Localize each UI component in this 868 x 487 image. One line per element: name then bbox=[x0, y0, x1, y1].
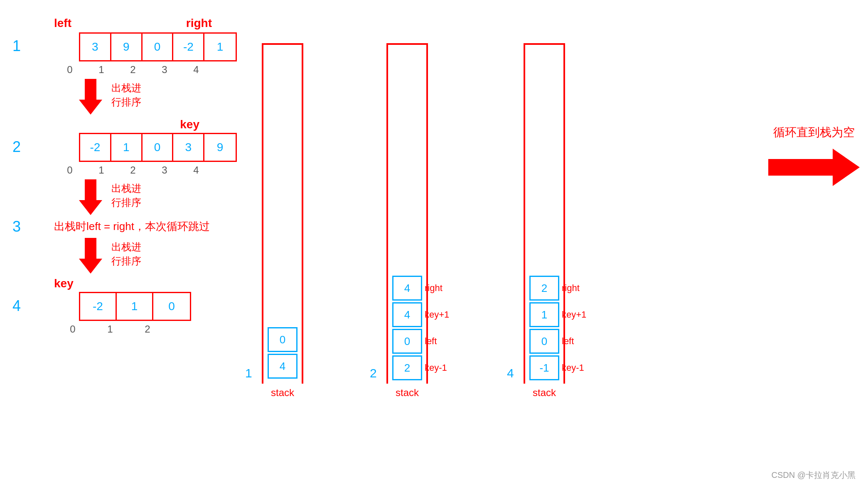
stack2-item-key1: 4 key+1 bbox=[392, 302, 422, 327]
stack2-cell-4top: 4 bbox=[392, 276, 422, 301]
arrow1: 出栈进 行排序 bbox=[79, 79, 245, 115]
row4-section: 4 key -2 1 0 0 1 2 bbox=[12, 277, 245, 335]
stack1-cell-bot: 4 bbox=[268, 354, 298, 379]
arrow1-shape bbox=[79, 79, 102, 115]
row1-cell-0: 3 bbox=[80, 34, 111, 60]
stack2-label-bottom: stack bbox=[396, 387, 419, 399]
stack1-label: stack bbox=[271, 387, 294, 399]
row2-cells: -2 1 0 3 9 bbox=[79, 133, 237, 162]
stack2-group: 2 4 right 4 key+1 0 left bbox=[386, 43, 428, 399]
stack4-cell-0: 0 bbox=[529, 329, 559, 354]
stack4-label-keym1: key-1 bbox=[562, 362, 584, 373]
row4-number: 4 bbox=[12, 297, 21, 315]
right-panel: 1 0 4 stack 2 4 bbox=[258, 0, 868, 487]
row1-cell-3: -2 bbox=[173, 34, 204, 60]
idx4: 4 bbox=[180, 64, 212, 76]
stack2-item-keym1: 2 key-1 bbox=[392, 355, 422, 380]
arrow2-shape bbox=[79, 179, 102, 215]
row1-section: 1 left right 3 9 0 -2 1 0 bbox=[12, 17, 245, 76]
row3-number: 3 bbox=[12, 218, 21, 235]
row2-number: 2 bbox=[12, 138, 21, 156]
stack4-label-left: left bbox=[562, 336, 574, 347]
row1-cells: 3 9 0 -2 1 bbox=[79, 32, 237, 61]
row1-cell-2: 0 bbox=[143, 34, 174, 60]
row2-key-label: key bbox=[180, 118, 199, 131]
stack4-num: 4 bbox=[507, 366, 514, 380]
arrow2-text: 出栈进 bbox=[111, 181, 141, 196]
stack1-column: 1 0 4 bbox=[262, 43, 303, 384]
stacks-area: 1 0 4 stack 2 4 bbox=[262, 4, 864, 399]
left-panel: 1 left right 3 9 0 -2 1 0 bbox=[0, 0, 258, 487]
stack4-items: 2 right 1 key+1 0 left -1 bbox=[529, 276, 559, 380]
row3-text: 出栈时left = right，本次循环跳过 bbox=[54, 218, 245, 235]
stack2-column: 2 4 right 4 key+1 0 left bbox=[386, 43, 428, 384]
row1-cell-4: 1 bbox=[204, 34, 236, 60]
stack4-label-key1: key+1 bbox=[562, 309, 586, 320]
arrow1-text2: 行排序 bbox=[111, 95, 141, 109]
stack4-item-right: 2 right bbox=[529, 276, 559, 301]
arrow1-text: 出栈进 bbox=[111, 81, 141, 95]
stack1-num: 1 bbox=[245, 366, 252, 380]
idx3: 3 bbox=[149, 64, 180, 76]
row2-cell-0: -2 bbox=[80, 134, 111, 161]
stack2-label-right: right bbox=[425, 283, 443, 294]
row2-section: 2 key -2 1 0 3 9 0 1 2 3 4 bbox=[12, 118, 245, 176]
row4-key-label: key bbox=[54, 277, 245, 290]
row3-section: 3 出栈时left = right，本次循环跳过 bbox=[12, 218, 245, 235]
row4-cells: -2 1 0 bbox=[79, 292, 191, 321]
row2-cell-1: 1 bbox=[111, 134, 143, 161]
stack2-cell-2: 2 bbox=[392, 355, 422, 380]
stack2-label-keym1: key-1 bbox=[425, 362, 447, 373]
row4-indices: 0 1 2 bbox=[54, 323, 166, 335]
row4-cell-2: 0 bbox=[153, 293, 190, 320]
row4-cell-0: -2 bbox=[80, 293, 117, 320]
arrow3-text: 出栈进 bbox=[111, 240, 141, 254]
stack4-label-right: right bbox=[562, 283, 580, 294]
row1-indices: 0 1 2 3 4 bbox=[54, 64, 212, 76]
stack2-items: 4 right 4 key+1 0 left 2 bbox=[392, 276, 422, 380]
row4-cell-1: 1 bbox=[117, 293, 153, 320]
stack2-item-right: 4 right bbox=[392, 276, 422, 301]
loop-arrow-area: 循环直到栈为空 bbox=[768, 125, 860, 186]
idx1: 1 bbox=[86, 64, 117, 76]
idx2: 2 bbox=[117, 64, 149, 76]
stack2-cell-4: 4 bbox=[392, 302, 422, 327]
stack1-group: 1 0 4 stack bbox=[262, 43, 303, 399]
stack4-label-bottom: stack bbox=[533, 387, 556, 399]
footer: CSDN @卡拉肖克小黑 bbox=[771, 470, 856, 481]
stack1-items: 0 4 bbox=[268, 327, 298, 380]
row1-label-right: right bbox=[186, 17, 212, 30]
arrow3: 出栈进 行排序 bbox=[79, 238, 245, 274]
stack4-cell-m1: -1 bbox=[529, 355, 559, 380]
stack2-item-left: 0 left bbox=[392, 329, 422, 354]
stack2-cell-0: 0 bbox=[392, 329, 422, 354]
stack4-cell-1: 1 bbox=[529, 302, 559, 327]
stack2-num: 2 bbox=[370, 366, 377, 380]
row1-cell-1: 9 bbox=[111, 34, 143, 60]
stack4-item-left: 0 left bbox=[529, 329, 559, 354]
row2-cell-4: 9 bbox=[204, 134, 236, 161]
footer-text: CSDN @卡拉肖克小黑 bbox=[771, 470, 856, 480]
arrow3-shape bbox=[79, 238, 102, 274]
row2-indices: 0 1 2 3 4 bbox=[54, 164, 212, 176]
arrow2: 出栈进 行排序 bbox=[79, 179, 245, 215]
row2-cell-3: 3 bbox=[173, 134, 204, 161]
arrow2-text2: 行排序 bbox=[111, 196, 141, 210]
svg-marker-0 bbox=[768, 149, 860, 186]
main-container: 1 left right 3 9 0 -2 1 0 bbox=[0, 0, 868, 487]
stack2-label-key1: key+1 bbox=[425, 309, 449, 320]
row2-cell-2: 0 bbox=[143, 134, 174, 161]
row1-label-left: left bbox=[54, 17, 71, 30]
stack4-item-keym1: -1 key-1 bbox=[529, 355, 559, 380]
stack1-cell-top: 0 bbox=[268, 327, 298, 352]
stack4-column: 4 2 right 1 key+1 0 left bbox=[524, 43, 565, 384]
idx0: 0 bbox=[54, 64, 86, 76]
stack4-item-key1: 1 key+1 bbox=[529, 302, 559, 327]
row1-number: 1 bbox=[12, 37, 21, 55]
right-arrow-icon bbox=[768, 149, 860, 186]
stack4-group: 4 2 right 1 key+1 0 left bbox=[524, 43, 565, 399]
arrow3-text2: 行排序 bbox=[111, 254, 141, 268]
loop-text: 循环直到栈为空 bbox=[773, 125, 855, 140]
stack4-cell-2top: 2 bbox=[529, 276, 559, 301]
stack2-label-left: left bbox=[425, 336, 437, 347]
